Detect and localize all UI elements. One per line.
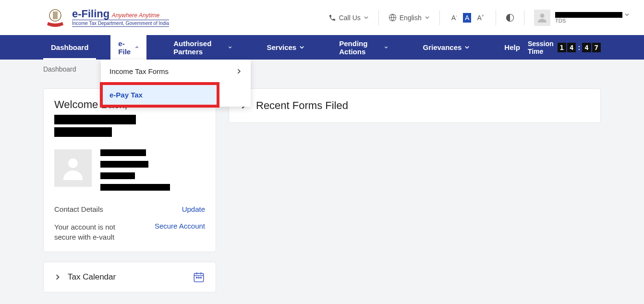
chevron-down-icon <box>364 15 369 20</box>
redacted-text <box>100 161 148 168</box>
profile-details <box>100 149 170 191</box>
redacted-text <box>100 172 135 179</box>
language-selector[interactable]: English <box>389 13 430 22</box>
session-digit: 4 <box>582 43 591 52</box>
svg-point-7 <box>196 277 197 278</box>
text-size-controls: A- A A+ <box>450 12 486 23</box>
text-size-decrease-button[interactable]: A- <box>450 12 459 23</box>
divider <box>378 10 379 25</box>
chevron-down-icon <box>464 45 470 50</box>
left-column: Welcome Back, Contact Details Upda <box>43 88 216 292</box>
recent-forms-title: Recent Forms Filed <box>256 99 348 112</box>
logo-text: e-Filing Anywhere Anytime Income Tax Dep… <box>72 8 169 27</box>
secure-msg: Your account is not secure with e-vault <box>54 222 136 242</box>
logo-block[interactable]: e-Filing Anywhere Anytime Income Tax Dep… <box>43 6 169 30</box>
secure-account-row: Your account is not secure with e-vault … <box>54 222 205 242</box>
contact-details-row: Contact Details Update <box>54 205 205 213</box>
nav-pending-actions[interactable]: Pending Actions <box>331 35 396 60</box>
chevron-down-icon <box>384 45 388 50</box>
session-colon: : <box>577 44 581 51</box>
top-header: e-Filing Anywhere Anytime Income Tax Dep… <box>0 0 644 35</box>
chevron-down-icon <box>228 45 232 50</box>
nav-help[interactable]: Help <box>497 35 528 60</box>
recent-forms-card[interactable]: Recent Forms Filed <box>229 88 601 123</box>
update-link[interactable]: Update <box>182 205 205 213</box>
breadcrumb: Dashboard <box>0 60 644 79</box>
redacted-text <box>54 127 112 137</box>
dropdown-item-epay-tax[interactable]: e-Pay Tax <box>101 83 219 107</box>
globe-icon <box>389 13 397 22</box>
session-digit: 1 <box>558 43 566 52</box>
chevron-right-icon <box>236 68 242 74</box>
logo-subtitle: Income Tax Department, Government of Ind… <box>72 20 169 27</box>
svg-point-5 <box>68 158 78 168</box>
user-name-redacted <box>555 12 622 18</box>
call-us-label: Call Us <box>339 14 361 22</box>
avatar-icon <box>54 149 92 187</box>
avatar-icon <box>534 10 550 26</box>
user-menu[interactable]: TDS <box>534 10 630 26</box>
chevron-down-icon <box>425 15 430 20</box>
chevron-down-icon <box>299 45 304 50</box>
logo-title: e-Filing <box>72 8 109 20</box>
tax-calendar-label: Tax Calendar <box>68 272 116 282</box>
logo-tagline: Anywhere Anytime <box>112 12 160 19</box>
svg-point-8 <box>198 277 199 278</box>
contrast-toggle-button[interactable] <box>506 13 514 22</box>
redacted-text <box>100 149 146 156</box>
chevron-down-icon <box>624 12 630 17</box>
govt-emblem-icon <box>43 6 67 30</box>
svg-point-9 <box>200 277 201 278</box>
redacted-text <box>100 184 170 191</box>
call-us-button[interactable]: Call Us <box>328 14 369 22</box>
top-right-controls: Call Us English A- A A+ <box>328 8 630 27</box>
efile-dropdown: Income Tax Forms e-Pay Tax <box>101 60 251 107</box>
session-digit: 7 <box>592 43 601 52</box>
chevron-right-icon <box>54 274 61 280</box>
right-column: Recent Forms Filed <box>229 88 601 292</box>
welcome-card: Welcome Back, Contact Details Upda <box>43 88 216 252</box>
tax-calendar-card[interactable]: Tax Calendar <box>43 262 216 292</box>
dropdown-item-income-tax-forms[interactable]: Income Tax Forms <box>101 60 251 83</box>
session-label: Session Time <box>528 40 554 55</box>
main-nav: Dashboard e-File Authorised Partners Ser… <box>0 35 644 60</box>
text-size-normal-button[interactable]: A <box>463 13 471 23</box>
nav-authorised-partners[interactable]: Authorised Partners <box>166 35 240 60</box>
divider <box>524 10 524 25</box>
nav-efile[interactable]: e-File <box>110 35 146 60</box>
content-area: Welcome Back, Contact Details Upda <box>0 88 644 292</box>
text-size-increase-button[interactable]: A+ <box>475 12 486 23</box>
divider <box>496 10 496 25</box>
session-timer: Session Time 1 4 : 4 7 <box>528 35 601 60</box>
nav-dashboard[interactable]: Dashboard <box>43 35 96 60</box>
language-label: English <box>400 14 422 22</box>
session-digit: 4 <box>567 43 576 52</box>
user-role: TDS <box>555 18 630 24</box>
phone-icon <box>328 14 336 22</box>
calendar-icon <box>193 271 205 283</box>
secure-account-link[interactable]: Secure Account <box>155 222 205 230</box>
nav-grievances[interactable]: Grievances <box>415 35 477 60</box>
account-detail-rows: Contact Details Update Your account is n… <box>54 205 205 242</box>
redacted-text <box>54 115 136 124</box>
profile-row <box>54 149 205 191</box>
svg-point-4 <box>540 13 545 18</box>
nav-services[interactable]: Services <box>259 35 312 60</box>
chevron-up-icon <box>135 45 139 50</box>
contact-details-label: Contact Details <box>54 205 103 213</box>
svg-rect-1 <box>53 12 58 19</box>
divider <box>439 10 440 25</box>
